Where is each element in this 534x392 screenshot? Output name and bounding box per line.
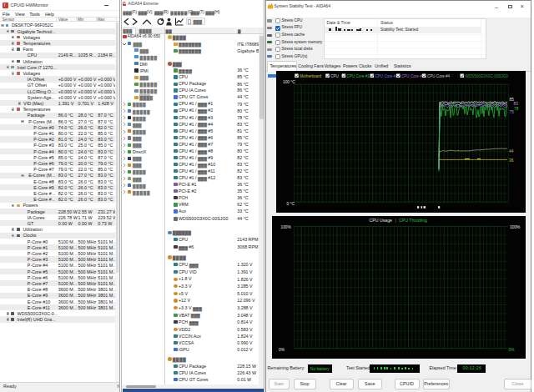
svg-text:CPU Core #4: CPU Core #4 xyxy=(427,74,451,78)
svg-text:100%: 100% xyxy=(281,224,292,229)
svg-text:|: | xyxy=(395,218,396,223)
svg-text:83: 83 xyxy=(513,101,518,105)
svg-text:0%: 0% xyxy=(508,348,515,352)
svg-text:44: 44 xyxy=(509,149,514,153)
svg-text:Motherboard: Motherboard xyxy=(300,74,321,78)
svg-text:WDS500G3X0C-00SJG0: WDS500G3X0C-00SJG0 xyxy=(465,74,508,78)
svg-text:0 °C: 0 °C xyxy=(287,201,295,205)
svg-text:CPU Usage: CPU Usage xyxy=(370,218,393,223)
svg-text:CPU Core #2: CPU Core #2 xyxy=(375,74,399,78)
svg-text:CPU: CPU xyxy=(330,74,339,78)
svg-text:36: 36 xyxy=(509,158,514,163)
svg-text:CPU Core #3: CPU Core #3 xyxy=(401,74,425,78)
svg-text:75: 75 xyxy=(509,109,514,113)
svg-text:CPU Throttling: CPU Throttling xyxy=(399,218,427,223)
svg-text:78: 78 xyxy=(514,107,519,111)
svg-text:0%: 0% xyxy=(279,348,285,352)
svg-text:100%: 100% xyxy=(510,224,521,229)
svg-text:100 °C: 100 °C xyxy=(283,79,295,83)
svg-text:CPU Core #1: CPU Core #1 xyxy=(347,74,370,78)
